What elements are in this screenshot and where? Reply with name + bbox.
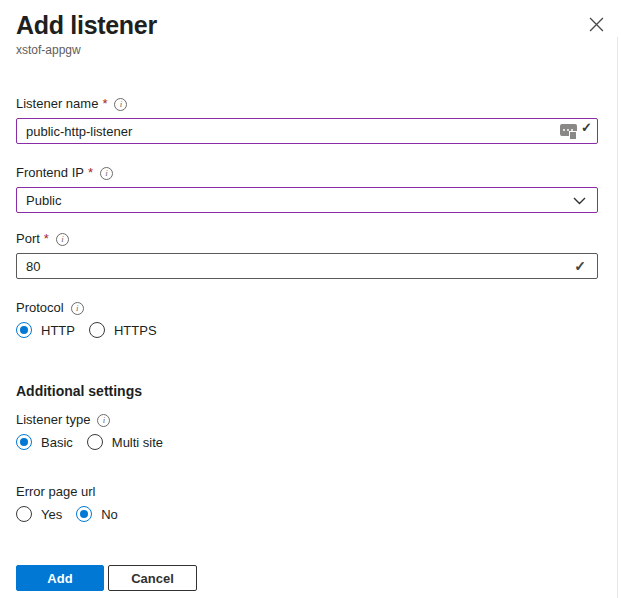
validation-check-icon: ✓	[574, 258, 586, 274]
required-asterisk: *	[88, 164, 93, 182]
info-icon[interactable]: i	[71, 302, 84, 315]
radio-label-multi-site: Multi site	[112, 435, 163, 450]
required-asterisk: *	[44, 230, 49, 248]
radio-label-http: HTTP	[41, 323, 75, 338]
cancel-button[interactable]: Cancel	[108, 565, 197, 591]
radio-label-yes: Yes	[41, 507, 62, 522]
radio-protocol-http[interactable]: HTTP	[16, 322, 75, 338]
radio-label-no: No	[101, 507, 118, 522]
radio-selected-icon	[16, 434, 32, 450]
chevron-down-icon	[573, 197, 586, 205]
info-icon[interactable]: i	[100, 167, 113, 180]
info-icon[interactable]: i	[114, 98, 127, 111]
radio-error-page-no[interactable]: No	[76, 506, 118, 522]
radio-listener-type-multi-site[interactable]: Multi site	[87, 434, 163, 450]
protocol-label-row: Protocol i	[16, 299, 598, 317]
panel-edge-divider	[617, 37, 618, 598]
listener-type-label: Listener type	[16, 411, 90, 429]
error-page-url-label: Error page url	[16, 483, 95, 501]
info-icon[interactable]: i	[97, 414, 110, 427]
frontend-ip-dropdown[interactable]: Public	[16, 187, 598, 213]
page-subtitle: xstof-appgw	[16, 43, 598, 57]
radio-listener-type-basic[interactable]: Basic	[16, 434, 73, 450]
frontend-ip-selected-value: Public	[17, 193, 61, 208]
radio-selected-icon	[76, 506, 92, 522]
error-page-url-radio-group: Yes No	[16, 506, 598, 522]
required-asterisk: *	[102, 95, 107, 113]
info-icon[interactable]: i	[56, 233, 69, 246]
error-page-url-label-row: Error page url	[16, 483, 598, 501]
radio-protocol-https[interactable]: HTTPS	[89, 322, 157, 338]
checkmark-icon: ✓	[581, 120, 592, 135]
listener-name-field: ✓	[16, 118, 598, 144]
additional-settings-heading: Additional settings	[16, 383, 598, 400]
close-button[interactable]	[587, 15, 605, 33]
frontend-ip-label: Frontend IP	[16, 164, 84, 182]
listener-name-input[interactable]	[17, 119, 597, 143]
listener-type-label-row: Listener type i	[16, 411, 598, 429]
frontend-ip-label-row: Frontend IP * i	[16, 164, 598, 182]
close-icon	[589, 17, 604, 32]
port-field: ✓	[16, 253, 598, 279]
radio-selected-icon	[16, 322, 32, 338]
protocol-label: Protocol	[16, 299, 64, 317]
port-label-row: Port * i	[16, 230, 598, 248]
footer-actions: Add Cancel	[16, 565, 598, 591]
text-suggestions-icon[interactable]: ✓	[560, 122, 590, 141]
add-button[interactable]: Add	[16, 565, 104, 591]
suggestion-page-icon	[569, 131, 577, 140]
radio-error-page-yes[interactable]: Yes	[16, 506, 62, 522]
port-input[interactable]	[17, 254, 597, 278]
port-label: Port	[16, 230, 40, 248]
listener-type-radio-group: Basic Multi site	[16, 434, 598, 450]
radio-unselected-icon	[16, 506, 32, 522]
protocol-radio-group: HTTP HTTPS	[16, 322, 598, 338]
radio-unselected-icon	[89, 322, 105, 338]
radio-label-basic: Basic	[41, 435, 73, 450]
listener-name-label-row: Listener name * i	[16, 95, 598, 113]
radio-label-https: HTTPS	[114, 323, 157, 338]
listener-name-label: Listener name	[16, 95, 98, 113]
add-listener-panel: Add listener xstof-appgw Listener name *…	[0, 0, 621, 598]
page-title: Add listener	[16, 10, 598, 40]
radio-unselected-icon	[87, 434, 103, 450]
